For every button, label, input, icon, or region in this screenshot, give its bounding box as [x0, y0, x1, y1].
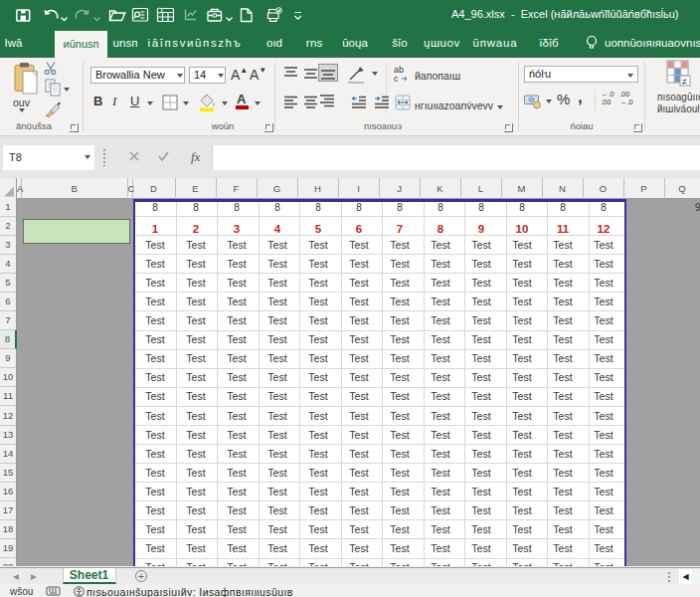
svg-text:fx: fx — [191, 149, 201, 164]
svg-text:≠: ≠ — [682, 77, 687, 87]
svg-text:c: c — [394, 74, 399, 84]
